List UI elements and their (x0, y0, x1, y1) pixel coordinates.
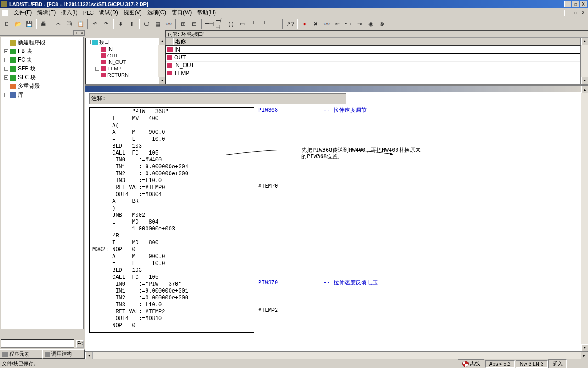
code-line[interactable]: OUT4 :=MD804 (90, 191, 254, 198)
code-line[interactable]: = L 10.0 (90, 260, 254, 267)
menu-help[interactable]: 帮助(H) (194, 8, 219, 17)
code-line[interactable]: = L 10.0 (90, 136, 254, 143)
code-line[interactable]: A( (90, 122, 254, 129)
scroll-up-icon[interactable]: ▴ (581, 38, 588, 45)
scroll-up-icon[interactable]: ▴ (581, 86, 588, 93)
grid-row-out[interactable]: OUT (166, 54, 580, 62)
minimize-button[interactable]: _ (564, 1, 571, 7)
grid-row-inout[interactable]: IN_OUT (166, 62, 580, 69)
scroll-track[interactable] (581, 93, 588, 344)
step-icon[interactable]: •→ (344, 19, 354, 29)
code-editor[interactable]: 注释: L "PIW 368" T MW 400 A( A M 900.0 = … (85, 86, 581, 351)
undo-icon[interactable]: ↶ (90, 19, 100, 29)
expand-icon[interactable]: + (95, 67, 99, 71)
code-line[interactable]: CALL FC 105 (90, 274, 254, 281)
menu-options[interactable]: 选项(O) (145, 8, 169, 17)
code-line[interactable]: IN1 :=9.000000e+001 (90, 288, 254, 295)
menu-window[interactable]: 窗口(W) (169, 8, 194, 17)
comment-box[interactable]: 注释: (89, 93, 346, 104)
mdi-restore-button[interactable]: ❐ (572, 10, 579, 16)
connect-icon[interactable]: ─ (270, 19, 280, 29)
branch-icon[interactable]: ⊟ (189, 19, 199, 29)
grid-header-name[interactable]: 名称 (173, 38, 580, 45)
code-line[interactable]: T MD 800 (90, 240, 254, 247)
code-line[interactable]: RET_VAL:=#TEMP0 (90, 184, 254, 191)
new-icon[interactable]: 🗋 (2, 19, 12, 29)
expand-icon[interactable]: + (4, 75, 8, 80)
filter-button[interactable]: E≤ (76, 340, 84, 348)
scroll-left-icon[interactable]: ◂ (85, 352, 93, 359)
branch-open-icon[interactable]: └ (248, 19, 258, 29)
menu-insert[interactable]: 插入(I) (58, 8, 80, 17)
detail-icon[interactable]: ▤ (153, 19, 163, 29)
code-line[interactable]: IN0 :=MW400 (90, 157, 254, 164)
expand-icon[interactable]: + (4, 49, 8, 53)
code-line[interactable]: L 1.000000e+003 (90, 226, 254, 233)
menu-plc[interactable]: PLC (80, 9, 96, 17)
close-button[interactable]: X (580, 1, 587, 7)
code-line[interactable]: IN3 :=L10.0 (90, 178, 254, 184)
code-line[interactable]: IN2 :=0.000000e+000 (90, 295, 254, 302)
scroll-track[interactable] (93, 352, 581, 359)
tree-fc[interactable]: + FC 块 (2, 56, 82, 64)
tab-program-elements[interactable]: 程序元素 (0, 349, 42, 359)
scroll-down-icon[interactable]: ▾ (158, 77, 166, 84)
tab-call-structure[interactable]: 调用结构 (42, 349, 85, 359)
scroll-right-icon[interactable]: ▸ (581, 352, 588, 359)
code-line[interactable]: BLD 103 (90, 143, 254, 150)
breakpoint-icon[interactable]: ◉ (366, 19, 376, 29)
tree-multi[interactable]: 多重背景 (2, 82, 82, 91)
code-line[interactable]: NOP 0 (90, 322, 254, 329)
interface-tree-scrollbar[interactable]: ▴ ▾ (158, 38, 165, 84)
filter-input[interactable] (1, 339, 74, 348)
goto-end-icon[interactable]: ⇥ (355, 19, 365, 29)
goto-start-icon[interactable]: ⇤ (333, 19, 343, 29)
panel-close-icon[interactable]: × (79, 30, 85, 35)
menu-edit[interactable]: 编辑(E) (34, 8, 58, 17)
print-icon[interactable]: 🖶 (39, 19, 49, 29)
record-icon[interactable]: ● (300, 19, 310, 29)
mdi-close-button[interactable]: X (580, 10, 587, 16)
interface-temp[interactable]: + TEMP (86, 65, 158, 72)
code-line[interactable]: L MD 804 (90, 219, 254, 226)
box-icon[interactable]: ▭ (237, 19, 247, 29)
copy-icon[interactable]: ⿻ (64, 19, 74, 29)
code-line[interactable]: IN2 :=0.000000e+000 (90, 171, 254, 178)
stop-record-icon[interactable]: ✖ (311, 19, 321, 29)
code-line[interactable]: ) (90, 205, 254, 212)
interface-grid-scrollbar[interactable]: ▴ ▾ (581, 38, 588, 84)
tree-lib[interactable]: + 库 (2, 91, 82, 99)
program-elements-tree[interactable]: 新建程序段 + FB 块 + FC 块 + SFB 块 + SFC 块 (1, 37, 84, 329)
save-icon[interactable]: 💾 (24, 19, 34, 29)
contact-no-icon[interactable]: ⊢⊣ (204, 19, 214, 29)
redo-icon[interactable]: ↷ (101, 19, 111, 29)
collapse-icon[interactable]: - (87, 40, 91, 44)
menu-view[interactable]: 视图(V) (121, 8, 145, 17)
scroll-up-icon[interactable]: ▴ (158, 38, 166, 45)
interface-in[interactable]: IN (86, 46, 158, 52)
scroll-down-icon[interactable]: ▾ (581, 344, 588, 351)
interface-inout[interactable]: IN_OUT (86, 59, 158, 65)
expand-icon[interactable]: + (4, 93, 8, 97)
menu-file[interactable]: 文件(F) (11, 8, 34, 17)
mdi-minimize-button[interactable]: _ (564, 10, 571, 16)
code-line[interactable]: RET_VAL:=#TEMP2 (90, 309, 254, 316)
code-line[interactable]: A M 900.0 (90, 253, 254, 260)
help-arrow-icon[interactable]: ⭷? (285, 19, 295, 29)
code-line[interactable]: IN0 :="PIW 370" (90, 281, 254, 288)
interface-out[interactable]: OUT (86, 52, 158, 59)
tree-fb[interactable]: + FB 块 (2, 47, 82, 56)
upload-icon[interactable]: ⬆ (127, 19, 137, 29)
download-icon[interactable]: ⬇ (116, 19, 126, 29)
glasses-icon[interactable]: 👓 (322, 19, 332, 29)
maximize-button[interactable]: ❐ (572, 1, 579, 7)
menu-debug[interactable]: 调试(D) (96, 8, 121, 17)
code-line[interactable]: /R (90, 233, 254, 240)
scroll-down-icon[interactable]: ▾ (581, 77, 588, 84)
scroll-track[interactable] (581, 45, 588, 77)
contact-nc-icon[interactable]: ⊢/⊣ (215, 19, 225, 29)
code-line[interactable]: T MW 400 (90, 115, 254, 122)
monitor-icon[interactable]: 👓 (164, 19, 174, 29)
code-line[interactable]: A M 900.0 (90, 129, 254, 136)
code-line[interactable]: M002: NOP 0 (90, 247, 254, 253)
